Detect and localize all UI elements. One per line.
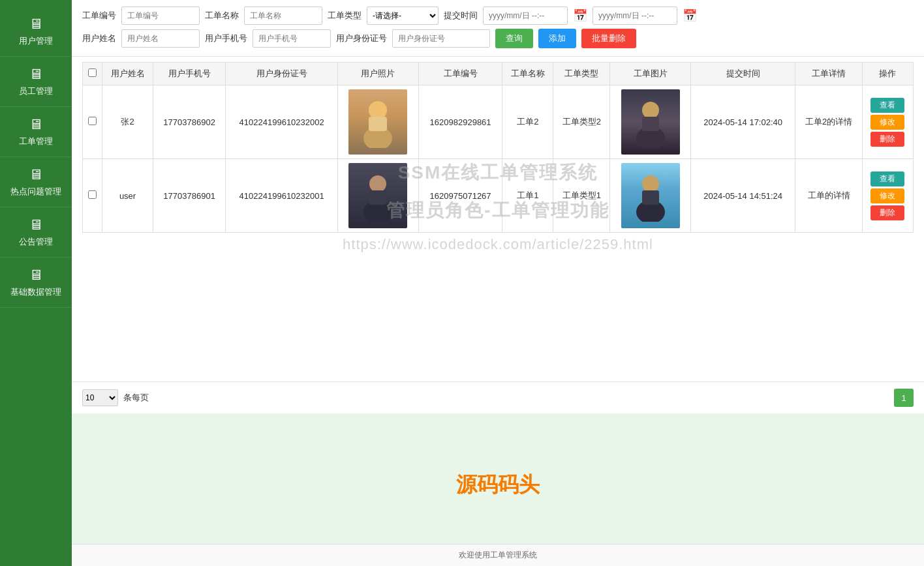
view-button[interactable]: 查看 [870, 171, 904, 186]
content-area: 工单编号 工单名称 工单类型 -请选择- 工单类型1 工单类型2 提交时间 📅 … [72, 0, 924, 413]
order-no-input[interactable] [121, 7, 200, 25]
sidebar-item-staff-mgmt[interactable]: 🖥员工管理 [0, 57, 72, 107]
user-photo-img [348, 89, 407, 155]
user-id-label: 用户身份证号 [336, 33, 387, 44]
select-all-checkbox[interactable] [88, 68, 97, 77]
sidebar-item-notice-mgmt[interactable]: 🖥公告管理 [0, 207, 72, 258]
header-user-phone: 用户手机号 [153, 63, 226, 85]
sidebar-item-order-mgmt[interactable]: 🖥工单管理 [0, 107, 72, 157]
user-phone-input[interactable] [253, 29, 331, 48]
cell-user-name: user [102, 159, 153, 233]
cell-user-id: 410224199610232001 [226, 159, 338, 233]
sidebar-icon-order-mgmt: 🖥 [29, 116, 43, 133]
filter-bar: 工单编号 工单名称 工单类型 -请选择- 工单类型1 工单类型2 提交时间 📅 … [72, 0, 924, 57]
order-type-select[interactable]: -请选择- 工单类型1 工单类型2 [367, 7, 439, 25]
bottom-title: 源码码头 [456, 471, 540, 499]
order-table: 用户姓名 用户手机号 用户身份证号 用户照片 工单编号 工单名称 工单类型 工单… [82, 62, 914, 233]
cell-actions: 查看 修改 删除 [862, 85, 913, 159]
bottom-area: 源码码头 [72, 413, 924, 544]
edit-button[interactable]: 修改 [870, 115, 904, 130]
order-photo-img [621, 89, 680, 155]
pagination-bar: 10 20 50 条每页 1 [72, 381, 924, 413]
cell-order-name: 工单1 [502, 159, 553, 233]
svg-rect-11 [642, 190, 659, 205]
svg-point-3 [642, 102, 659, 119]
row-checkbox-cell [83, 85, 102, 159]
footer-text: 欢迎使用工单管理系统 [459, 550, 537, 559]
cell-order-photo [610, 159, 691, 233]
cell-submit-time: 2024-05-14 14:51:24 [690, 159, 795, 233]
query-button[interactable]: 查询 [495, 29, 533, 48]
sidebar-icon-user-mgmt: 🖥 [29, 16, 43, 33]
cell-order-no: 1620982929861 [418, 85, 502, 159]
delete-button[interactable]: 删除 [870, 132, 904, 147]
user-name-label: 用户姓名 [82, 33, 116, 44]
batch-delete-button[interactable]: 批量删除 [581, 29, 636, 48]
cell-user-phone: 17703786901 [153, 159, 226, 233]
add-button[interactable]: 添加 [538, 29, 576, 48]
sidebar-item-hotspot-mgmt[interactable]: 🖥热点问题管理 [0, 157, 72, 207]
table-wrap: 用户姓名 用户手机号 用户身份证号 用户照片 工单编号 工单名称 工单类型 工单… [72, 57, 924, 381]
order-name-input[interactable] [244, 7, 322, 25]
header-user-photo: 用户照片 [338, 63, 419, 85]
delete-button[interactable]: 删除 [870, 205, 904, 220]
order-name-label: 工单名称 [205, 10, 239, 22]
user-photo-img [348, 163, 407, 228]
svg-rect-2 [369, 117, 387, 131]
user-name-input[interactable] [121, 29, 200, 48]
footer: 欢迎使用工单管理系统 [72, 544, 924, 566]
svg-point-6 [369, 175, 386, 192]
sidebar-icon-staff-mgmt: 🖥 [29, 66, 43, 83]
sidebar-label-staff-mgmt: 员工管理 [19, 85, 53, 97]
date-end-input[interactable] [593, 7, 677, 25]
sidebar: 🖥用户管理🖥员工管理🖥工单管理🖥热点问题管理🖥公告管理🖥基础数据管理 [0, 0, 72, 566]
view-button[interactable]: 查看 [870, 98, 904, 113]
sidebar-icon-hotspot-mgmt: 🖥 [29, 166, 43, 183]
order-type-label: 工单类型 [328, 10, 362, 22]
sidebar-item-user-mgmt[interactable]: 🖥用户管理 [0, 7, 72, 57]
table-row: user 17703786901 410224199610232001 [83, 159, 914, 233]
header-actions: 操作 [862, 63, 913, 85]
cell-order-type: 工单类型1 [553, 159, 610, 233]
calendar-icon-end: 📅 [683, 8, 697, 23]
row-checkbox-cell [83, 159, 102, 233]
filter-row-1: 工单编号 工单名称 工单类型 -请选择- 工单类型1 工单类型2 提交时间 📅 … [82, 7, 914, 25]
svg-point-0 [369, 101, 387, 119]
edit-button[interactable]: 修改 [870, 188, 904, 203]
date-start-input[interactable] [483, 7, 568, 25]
sidebar-label-notice-mgmt: 公告管理 [19, 236, 53, 248]
cell-order-photo [610, 85, 691, 159]
user-id-input[interactable] [392, 29, 490, 48]
header-user-id: 用户身份证号 [226, 63, 338, 85]
cell-user-id: 410224199610232002 [226, 85, 338, 159]
cell-user-name: 张2 [102, 85, 153, 159]
sidebar-label-order-mgmt: 工单管理 [19, 136, 53, 147]
cell-actions: 查看 修改 删除 [862, 159, 913, 233]
sidebar-icon-notice-mgmt: 🖥 [29, 216, 43, 233]
page-size-select[interactable]: 10 20 50 [82, 389, 118, 406]
header-submit-time: 提交时间 [690, 63, 795, 85]
row-checkbox[interactable] [88, 117, 97, 125]
header-order-no: 工单编号 [418, 63, 502, 85]
header-order-type: 工单类型 [553, 63, 610, 85]
svg-rect-5 [642, 117, 659, 131]
sidebar-label-hotspot-mgmt: 热点问题管理 [10, 186, 61, 198]
page-1-button[interactable]: 1 [894, 389, 914, 407]
svg-point-9 [642, 175, 659, 192]
sidebar-item-base-data-mgmt[interactable]: 🖥基础数据管理 [0, 258, 72, 308]
header-order-photo: 工单图片 [610, 63, 691, 85]
per-page-label: 条每页 [123, 392, 149, 404]
cell-submit-time: 2024-05-14 17:02:40 [690, 85, 795, 159]
svg-rect-8 [369, 190, 386, 205]
cell-user-phone: 17703786902 [153, 85, 226, 159]
cell-user-photo [338, 159, 419, 233]
cell-order-name: 工单2 [502, 85, 553, 159]
calendar-icon-start: 📅 [573, 8, 587, 23]
header-order-name: 工单名称 [502, 63, 553, 85]
row-checkbox[interactable] [88, 190, 97, 199]
header-user-name: 用户姓名 [102, 63, 153, 85]
order-photo-img [621, 163, 680, 228]
sidebar-icon-base-data-mgmt: 🖥 [29, 267, 43, 284]
submit-time-label: 提交时间 [444, 10, 478, 22]
header-checkbox-cell [83, 63, 102, 85]
